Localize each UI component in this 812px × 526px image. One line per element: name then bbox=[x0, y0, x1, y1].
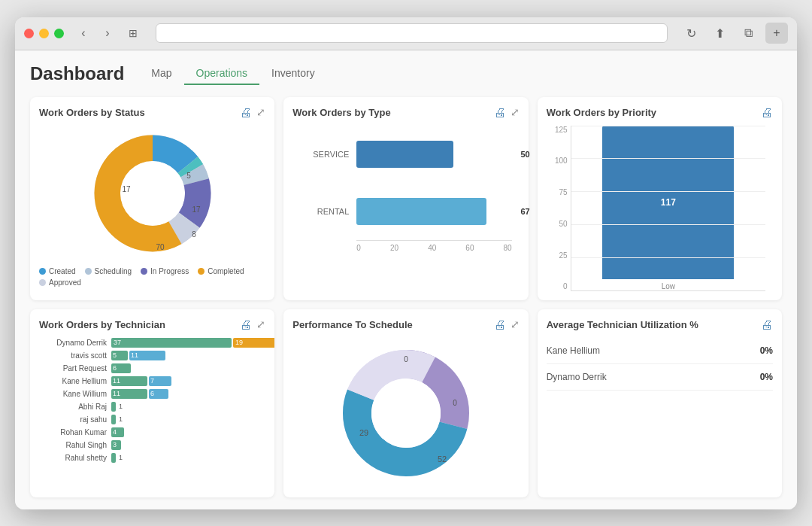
util-row-dynamo: Dynamo Derrik 0% bbox=[547, 364, 773, 391]
perf-donut: 0 0 29 52 bbox=[292, 338, 519, 488]
hbar-track-rental: 67 bbox=[356, 198, 511, 225]
tech-row-kaneh: Kane Hellium 11 7 bbox=[39, 376, 265, 386]
tech-name-part: Part Request bbox=[39, 364, 107, 372]
title-bar: ‹ › ⊞ ↻ ⬆ ⧉ + bbox=[15, 17, 797, 50]
download-icon-status[interactable]: 🖨 bbox=[240, 106, 252, 120]
tech-bar-rahuls-1: 3 bbox=[111, 440, 121, 450]
tech-bar-val-travis-2: 11 bbox=[131, 351, 138, 359]
tech-name-rohan: Rohan Kumar bbox=[39, 428, 107, 436]
tech-bars-raj: 1 bbox=[111, 415, 123, 424]
legend-completed: Completed bbox=[198, 267, 244, 275]
tech-bar-kanew-1: 11 bbox=[111, 389, 147, 399]
svg-text:0: 0 bbox=[404, 355, 408, 363]
tech-bar-kaneh-2: 7 bbox=[149, 376, 171, 386]
tech-bar-val-kaneh-1: 11 bbox=[113, 377, 120, 385]
card-actions-status: 🖨 ⤢ bbox=[240, 106, 265, 120]
svg-text:0: 0 bbox=[453, 399, 457, 407]
card-performance: Performance To Schedule 🖨 ⤢ bbox=[283, 309, 528, 497]
axis-20: 20 bbox=[390, 244, 398, 252]
hbar-chart-type: SERVICE 50 RENTAL bbox=[292, 126, 519, 260]
tech-row-rahulsh: Rahul shetty 1 bbox=[39, 453, 265, 463]
tech-bar-travis-2: 11 bbox=[129, 351, 165, 360]
legend-scheduling: Scheduling bbox=[85, 267, 132, 275]
hbar-track-service: 50 bbox=[356, 141, 511, 168]
donut-chart-status: 17 5 17 8 70 Created bbox=[39, 126, 265, 287]
page-content: Dashboard Map Operations Inventory Work … bbox=[15, 50, 797, 509]
traffic-lights bbox=[24, 29, 64, 38]
expand-icon-tech[interactable]: ⤢ bbox=[256, 318, 265, 332]
tech-bar-abhi-1 bbox=[111, 402, 116, 412]
card-header-status: Work Orders by Status 🖨 ⤢ bbox=[39, 106, 265, 120]
legend-approved: Approved bbox=[39, 278, 81, 287]
legend-dot-inprogress bbox=[141, 268, 147, 275]
card-actions-util: 🖨 bbox=[761, 318, 773, 332]
tech-row-abhi: Abhi Raj 1 bbox=[39, 402, 265, 412]
tech-bars-dynamo: 37 19 bbox=[111, 338, 274, 348]
perf-donut-svg: 0 0 29 52 bbox=[331, 338, 481, 488]
tech-bar-val-travis-1: 5 bbox=[113, 351, 117, 359]
tech-bar-val-rahuls-1: 3 bbox=[113, 441, 117, 448]
tech-bar-dynamo-1: 37 bbox=[111, 338, 232, 348]
address-bar[interactable] bbox=[156, 23, 668, 43]
expand-icon-status[interactable]: ⤢ bbox=[256, 106, 265, 120]
card-header-tech: Work Orders by Technician 🖨 ⤢ bbox=[39, 318, 265, 332]
tech-name-kanew: Kane Willium bbox=[39, 390, 107, 398]
tech-row-travis: travis scott 5 11 bbox=[39, 351, 265, 360]
svg-point-7 bbox=[120, 161, 185, 226]
hbar-label-service: SERVICE bbox=[300, 150, 349, 159]
forward-button[interactable]: › bbox=[97, 23, 118, 44]
download-icon-perf[interactable]: 🖨 bbox=[494, 318, 506, 332]
legend-label-completed: Completed bbox=[208, 267, 244, 275]
expand-icon-perf[interactable]: ⤢ bbox=[511, 318, 520, 332]
download-icon-priority[interactable]: 🖨 bbox=[761, 106, 773, 120]
maximize-button[interactable] bbox=[54, 29, 64, 38]
tech-bar-raj-1 bbox=[111, 415, 116, 424]
minimize-button[interactable] bbox=[39, 29, 49, 38]
tech-row-kanew: Kane Willium 11 6 bbox=[39, 389, 265, 399]
tab-operations[interactable]: Operations bbox=[184, 62, 259, 85]
tech-name-travis: travis scott bbox=[39, 351, 107, 360]
refresh-button[interactable]: ↻ bbox=[680, 23, 702, 44]
card-title-perf: Performance To Schedule bbox=[292, 319, 412, 330]
duplicate-button[interactable]: ⧉ bbox=[737, 23, 759, 44]
tech-bar-val-raj-out: 1 bbox=[119, 415, 123, 423]
page-header: Dashboard Map Operations Inventory bbox=[30, 62, 782, 85]
tech-name-kaneh: Kane Hellium bbox=[39, 377, 107, 385]
card-work-orders-priority: Work Orders by Priority 🖨 125 100 75 50 … bbox=[538, 97, 782, 300]
tech-bar-kaneh-1: 11 bbox=[111, 376, 147, 386]
tab-map[interactable]: Map bbox=[139, 62, 183, 85]
back-button[interactable]: ‹ bbox=[73, 23, 94, 44]
legend-dot-scheduling bbox=[85, 268, 92, 275]
card-title-status: Work Orders by Status bbox=[39, 107, 145, 118]
svg-text:29: 29 bbox=[359, 428, 368, 437]
util-row-kaneh: Kane Hellium 0% bbox=[547, 338, 773, 364]
download-icon-util[interactable]: 🖨 bbox=[761, 318, 773, 332]
card-header-perf: Performance To Schedule 🖨 ⤢ bbox=[292, 318, 519, 332]
tech-bar-travis-1: 5 bbox=[111, 351, 128, 360]
tech-bars-rahulsh: 1 bbox=[111, 453, 123, 463]
vbar-col-low: 117 Low bbox=[586, 126, 750, 290]
share-button[interactable]: ⬆ bbox=[708, 23, 731, 44]
expand-icon-type[interactable]: ⤢ bbox=[511, 106, 520, 120]
card-utilization: Average Technician Utilization % 🖨 Kane … bbox=[538, 309, 782, 497]
tab-inventory[interactable]: Inventory bbox=[259, 62, 327, 85]
card-actions-tech: 🖨 ⤢ bbox=[240, 318, 265, 332]
legend-label-scheduling: Scheduling bbox=[95, 267, 132, 275]
download-icon-type[interactable]: 🖨 bbox=[494, 106, 506, 120]
close-button[interactable] bbox=[24, 29, 34, 38]
new-tab-button[interactable]: + bbox=[765, 23, 788, 44]
hbar-axis-type: 0 20 40 60 80 bbox=[356, 240, 511, 252]
sidebar-toggle-button[interactable]: ⊞ bbox=[123, 23, 144, 44]
tech-bar-val-rahulsh-out: 1 bbox=[119, 454, 123, 461]
tech-bars-travis: 5 11 bbox=[111, 351, 165, 360]
util-list: Kane Hellium 0% Dynamo Derrik 0% bbox=[547, 338, 773, 391]
tech-bar-val-dynamo-1: 37 bbox=[114, 339, 121, 346]
svg-point-17 bbox=[371, 379, 441, 448]
cards-grid: Work Orders by Status 🖨 ⤢ bbox=[30, 97, 782, 497]
svg-text:17: 17 bbox=[122, 185, 131, 193]
tech-bars-rahuls: 3 bbox=[111, 440, 121, 450]
tech-row-rohan: Rohan Kumar 4 bbox=[39, 427, 265, 437]
toolbar-actions: ↻ ⬆ ⧉ + bbox=[680, 23, 788, 44]
card-title-util: Average Technician Utilization % bbox=[547, 319, 698, 330]
download-icon-tech[interactable]: 🖨 bbox=[240, 318, 252, 332]
